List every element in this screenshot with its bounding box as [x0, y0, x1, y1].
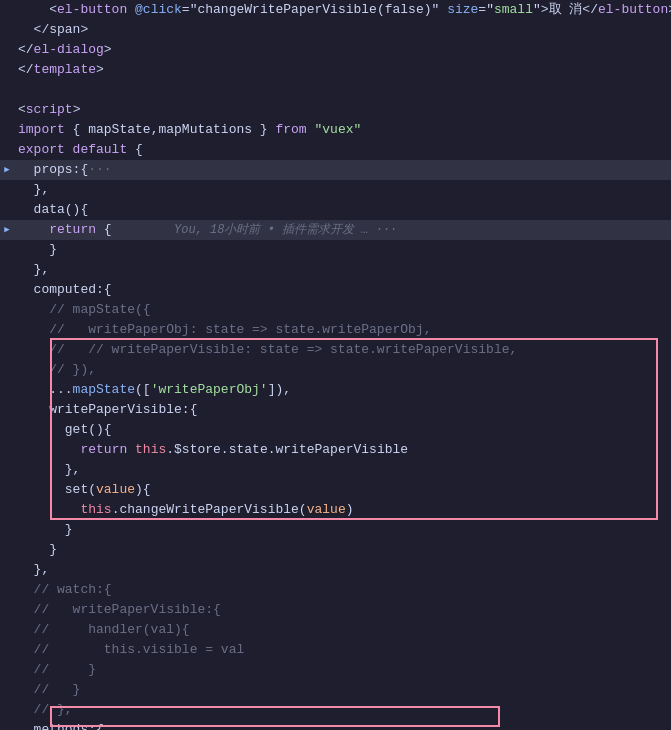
line-content: return this.$store.state.writePaperVisib…: [14, 440, 671, 460]
line-arrow: [0, 400, 14, 420]
line-arrow: [0, 480, 14, 500]
line-content: </template>: [14, 60, 671, 80]
code-line: },: [0, 260, 671, 280]
line-content: },: [14, 260, 671, 280]
code-line: },: [0, 180, 671, 200]
code-line: // }),: [0, 360, 671, 380]
code-line: ...mapState(['writePaperObj']),: [0, 380, 671, 400]
code-line: // },: [0, 700, 671, 720]
line-arrow: [0, 440, 14, 460]
line-arrow: [0, 600, 14, 620]
code-line: get(){: [0, 420, 671, 440]
code-line: }: [0, 240, 671, 260]
line-arrow: [0, 260, 14, 280]
line-arrow: [0, 140, 14, 160]
line-content: // mapState({: [14, 300, 671, 320]
line-content: // // writePaperVisible: state => state.…: [14, 340, 671, 360]
line-arrow: [0, 240, 14, 260]
line-content: data(){: [14, 200, 671, 220]
code-line: // writePaperObj: state => state.writePa…: [0, 320, 671, 340]
line-content: this.changeWritePaperVisible(value): [14, 500, 671, 520]
line-content: // }: [14, 680, 671, 700]
code-line: }: [0, 520, 671, 540]
line-arrow: [0, 380, 14, 400]
line-content: }: [14, 540, 671, 560]
line-arrow: [0, 460, 14, 480]
line-arrow: [0, 100, 14, 120]
code-line: </span>: [0, 20, 671, 40]
line-arrow: [0, 120, 14, 140]
code-line: set(value){: [0, 480, 671, 500]
line-arrow: [0, 280, 14, 300]
line-content: set(value){: [14, 480, 671, 500]
line-arrow: [0, 540, 14, 560]
line-arrow: [0, 300, 14, 320]
code-line: this.changeWritePaperVisible(value): [0, 500, 671, 520]
line-content: </el-dialog>: [14, 40, 671, 60]
code-line: <script>: [0, 100, 671, 120]
code-line: // writePaperVisible:{: [0, 600, 671, 620]
line-content: // writePaperVisible:{: [14, 600, 671, 620]
code-line: [0, 80, 671, 100]
line-arrow: [0, 580, 14, 600]
line-arrow: [0, 720, 14, 730]
line-arrow: [0, 640, 14, 660]
line-content: // }),: [14, 360, 671, 380]
code-line: return this.$store.state.writePaperVisib…: [0, 440, 671, 460]
line-arrow: [0, 60, 14, 80]
code-line: export default {: [0, 140, 671, 160]
line-arrow: ▶: [0, 160, 14, 180]
line-content: <el-button @click="changeWritePaperVisib…: [14, 0, 671, 20]
code-line: <el-button @click="changeWritePaperVisib…: [0, 0, 671, 20]
line-content: // this.visible = val: [14, 640, 671, 660]
line-arrow: [0, 20, 14, 40]
line-content: return { You, 18小时前 • 插件需求开发 … ···: [14, 220, 671, 240]
line-content: export default {: [14, 140, 671, 160]
code-line: // }: [0, 660, 671, 680]
code-line: }: [0, 540, 671, 560]
code-line: ▶ return { You, 18小时前 • 插件需求开发 … ···: [0, 220, 671, 240]
line-content: import { mapState,mapMutations } from "v…: [14, 120, 671, 140]
code-line: // watch:{: [0, 580, 671, 600]
code-line: // // writePaperVisible: state => state.…: [0, 340, 671, 360]
line-arrow: [0, 320, 14, 340]
line-arrow: [0, 680, 14, 700]
line-arrow: ▶: [0, 220, 14, 240]
line-arrow: [0, 0, 14, 20]
line-content: },: [14, 560, 671, 580]
line-content: <script>: [14, 100, 671, 120]
line-content: computed:{: [14, 280, 671, 300]
code-line: // handler(val){: [0, 620, 671, 640]
code-line: ▶ props:{···: [0, 160, 671, 180]
line-content: // handler(val){: [14, 620, 671, 640]
line-arrow: [0, 500, 14, 520]
code-line: // mapState({: [0, 300, 671, 320]
line-arrow: [0, 660, 14, 680]
code-line: data(){: [0, 200, 671, 220]
line-content: methods:{: [14, 720, 671, 730]
code-line: writePaperVisible:{: [0, 400, 671, 420]
line-content: // }: [14, 660, 671, 680]
line-arrow: [0, 700, 14, 720]
line-arrow: [0, 40, 14, 60]
line-arrow: [0, 420, 14, 440]
code-line: </template>: [0, 60, 671, 80]
code-line: // this.visible = val: [0, 640, 671, 660]
line-content: // writePaperObj: state => state.writePa…: [14, 320, 671, 340]
line-arrow: [0, 340, 14, 360]
line-content: }: [14, 240, 671, 260]
code-line: },: [0, 560, 671, 580]
line-content: }: [14, 520, 671, 540]
line-content: props:{···: [14, 160, 671, 180]
code-line: import { mapState,mapMutations } from "v…: [0, 120, 671, 140]
code-line: </el-dialog>: [0, 40, 671, 60]
code-line: // }: [0, 680, 671, 700]
line-content: // },: [14, 700, 671, 720]
line-content: get(){: [14, 420, 671, 440]
line-arrow: [0, 180, 14, 200]
line-arrow: [0, 360, 14, 380]
line-content: // watch:{: [14, 580, 671, 600]
line-arrow: [0, 520, 14, 540]
line-arrow: [0, 200, 14, 220]
code-line: methods:{: [0, 720, 671, 730]
